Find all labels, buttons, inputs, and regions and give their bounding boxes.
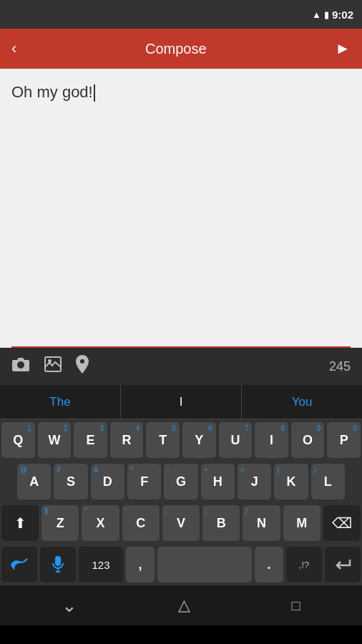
key-num-p: 0	[353, 424, 357, 432]
key-d[interactable]: &D	[91, 464, 124, 499]
app-bar: ‹ Compose ►	[0, 29, 362, 69]
nav-home-icon[interactable]: △	[178, 596, 190, 615]
key-z[interactable]: $Z	[41, 505, 79, 541]
autocomplete-the[interactable]: The	[0, 385, 121, 419]
compose-underline	[11, 346, 351, 348]
key-num-y: 6	[208, 424, 212, 432]
key-w[interactable]: 2W	[38, 422, 72, 458]
text-cursor	[94, 84, 95, 102]
compose-area: Oh my god!	[0, 69, 362, 348]
svg-rect-2	[55, 556, 61, 566]
compose-message: Oh my god!	[11, 83, 93, 101]
status-icons: ▲ ▮ 9:02	[312, 9, 353, 21]
shift-key[interactable]: ⬆	[1, 505, 39, 541]
autocomplete-left: The	[49, 395, 70, 409]
image-icon[interactable]	[44, 356, 62, 376]
mic-icon	[52, 556, 64, 573]
key-sym-b: ;	[205, 507, 207, 515]
key-m[interactable]: M	[283, 505, 321, 541]
send-button[interactable]: ►	[335, 39, 351, 58]
key-sym-g: -	[167, 466, 169, 474]
key-row-bottom: 123 , . ,!?	[0, 544, 362, 585]
key-k[interactable]: (K	[274, 464, 308, 499]
nav-back-icon[interactable]: ⌄	[62, 595, 77, 617]
backspace-icon: ⌫	[332, 514, 352, 532]
key-l[interactable]: )L	[311, 464, 345, 499]
swift-icon	[9, 557, 29, 572]
key-row-2: @A#S&D*F-G+H=J(K)L	[0, 461, 362, 502]
numbers-key[interactable]: 123	[79, 547, 123, 582]
autocomplete-mid: I	[180, 395, 183, 409]
key-sym-x: "	[84, 507, 87, 515]
key-num-e: 3	[99, 424, 104, 432]
key-num-o: 9	[317, 424, 321, 432]
key-num-t: 5	[172, 424, 176, 432]
key-x[interactable]: "X	[82, 505, 119, 541]
key-f[interactable]: *F	[127, 464, 161, 499]
nav-bar: ⌄ △ □	[0, 585, 362, 625]
camera-icon[interactable]	[11, 356, 30, 376]
key-j[interactable]: =J	[238, 464, 271, 499]
key-num-i: 8	[280, 424, 285, 432]
key-e[interactable]: 3E	[74, 422, 107, 458]
key-u[interactable]: 7U	[219, 422, 253, 458]
key-sym-h: +	[204, 466, 208, 474]
punctuation-key[interactable]: ,!?	[286, 547, 322, 582]
period-key[interactable]: .	[255, 547, 283, 582]
key-r[interactable]: 4R	[110, 422, 144, 458]
backspace-key[interactable]: ⌫	[323, 505, 361, 541]
char-count: 245	[329, 359, 351, 374]
row3-letters: $Z"X'C:V;B/NM	[41, 505, 321, 541]
key-sym-a: @	[20, 466, 27, 474]
comma-label: ,	[138, 557, 142, 572]
key-y[interactable]: 6Y	[182, 422, 216, 458]
key-sym-n: /	[245, 507, 248, 515]
key-g[interactable]: -G	[164, 464, 197, 499]
key-t[interactable]: 5T	[146, 422, 180, 458]
key-o[interactable]: 9O	[291, 422, 325, 458]
key-num-q: 1	[27, 424, 31, 432]
key-v[interactable]: :V	[162, 505, 200, 541]
space-key[interactable]	[157, 547, 252, 582]
key-sym-l: )	[314, 466, 316, 474]
compose-text-display[interactable]: Oh my god!	[11, 83, 351, 102]
autocomplete-right: You	[292, 395, 313, 409]
location-icon[interactable]	[76, 355, 89, 378]
key-num-w: 2	[64, 424, 68, 432]
key-b[interactable]: ;B	[202, 505, 240, 541]
toolbar-icons	[11, 355, 89, 378]
key-c[interactable]: 'C	[122, 505, 160, 541]
key-sym-f: *	[130, 466, 133, 474]
key-a[interactable]: @A	[17, 464, 51, 499]
punctuation-label: ,!?	[299, 560, 309, 570]
key-i[interactable]: 8I	[255, 422, 288, 458]
autocomplete-you[interactable]: You	[242, 385, 362, 419]
key-sym-v: :	[165, 507, 167, 515]
key-sym-j: =	[240, 466, 245, 474]
key-n[interactable]: /N	[243, 505, 280, 541]
key-sym-d: &	[94, 466, 99, 474]
nav-recent-icon[interactable]: □	[291, 597, 300, 614]
key-s[interactable]: #S	[54, 464, 87, 499]
key-sym-c: '	[125, 507, 127, 515]
autocomplete-bar: The I You	[0, 385, 362, 419]
svg-point-1	[49, 360, 51, 362]
key-q[interactable]: 1Q	[1, 422, 35, 458]
shift-icon: ⬆	[14, 514, 26, 532]
swift-key[interactable]	[1, 547, 37, 582]
key-sym-s: #	[57, 466, 61, 474]
keyboard: 1Q2W3E4R5T6Y7U8I9O0P @A#S&D*F-G+H=J(K)L …	[0, 419, 362, 585]
key-h[interactable]: +H	[201, 464, 235, 499]
comma-key[interactable]: ,	[126, 547, 155, 582]
key-num-r: 4	[136, 424, 140, 432]
keyboard-toolbar: 245	[0, 348, 362, 385]
key-sym-z: $	[44, 507, 49, 515]
key-sym-k: (	[277, 466, 279, 474]
autocomplete-i[interactable]: I	[121, 385, 242, 419]
key-p[interactable]: 0P	[327, 422, 361, 458]
battery-icon: ▮	[324, 9, 329, 20]
enter-key[interactable]	[325, 547, 361, 582]
mic-key[interactable]	[40, 547, 76, 582]
back-button[interactable]: ‹	[11, 39, 16, 58]
status-bar: ▲ ▮ 9:02	[0, 0, 362, 29]
